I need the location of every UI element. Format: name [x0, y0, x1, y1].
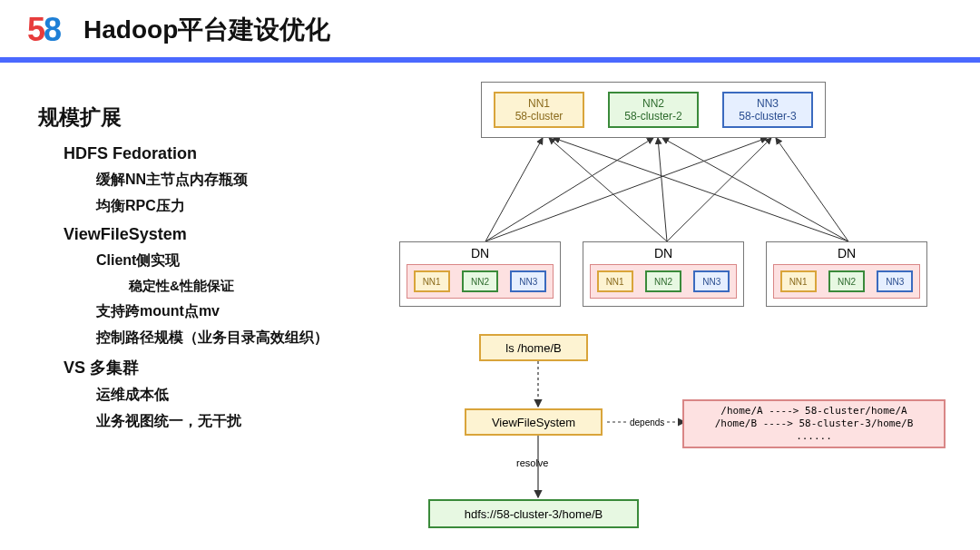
- depends-label: depends: [628, 417, 666, 427]
- mount-mapping-box: /home/A ----> 58-cluster/home/A /home/B …: [682, 399, 946, 448]
- svg-line-1: [485, 138, 653, 241]
- dn-nn-row: NN1NN2NN3: [590, 264, 737, 299]
- svg-line-3: [549, 138, 667, 241]
- architecture-diagram: NN158-clusterNN258-cluster-2NN358-cluste…: [390, 82, 980, 545]
- outline-panel: 规模扩展 HDFS Fedoration缓解NN主节点内存瓶颈均衡RPC压力Vi…: [0, 82, 390, 545]
- svg-line-5: [667, 138, 771, 241]
- nn-cluster: 58-cluster-2: [624, 110, 681, 123]
- outline-item: VS 多集群: [64, 357, 390, 378]
- outline-item: HDFS Fedoration: [64, 144, 390, 163]
- dn-nn-mini: NN1: [414, 270, 450, 292]
- outline-item: 缓解NN主节点内存瓶颈: [96, 171, 390, 190]
- dn-title: DN: [471, 246, 489, 260]
- nn-cluster: 58-cluster-3: [739, 110, 796, 123]
- datanode-box: DNNN1NN2NN3: [766, 241, 927, 307]
- dn-nn-mini: NN3: [510, 270, 546, 292]
- viewfilesystem-box: ViewFileSystem: [465, 408, 603, 436]
- outline-item: Client侧实现: [96, 251, 390, 270]
- namenode-container: NN158-clusterNN258-cluster-2NN358-cluste…: [481, 82, 826, 138]
- namenode-box: NN258-cluster-2: [608, 92, 699, 128]
- slide-title: Hadoop平台建设优化: [83, 13, 330, 47]
- header-divider: [0, 57, 980, 63]
- namenode-box: NN158-cluster: [494, 92, 584, 128]
- svg-line-6: [554, 138, 848, 241]
- datanode-box: DNNN1NN2NN3: [583, 241, 744, 307]
- nn-code: NN1: [528, 97, 550, 110]
- dn-nn-mini: NN3: [693, 270, 730, 292]
- logo-8: 8: [44, 11, 60, 48]
- svg-line-7: [662, 138, 848, 241]
- dn-nn-row: NN1NN2NN3: [773, 264, 920, 299]
- outline-item: 运维成本低: [96, 386, 390, 405]
- nn-code: NN2: [642, 97, 664, 110]
- dn-title: DN: [838, 246, 856, 260]
- outline-item: 均衡RPC压力: [96, 197, 390, 216]
- dn-nn-mini: NN1: [597, 270, 633, 292]
- namenode-box: NN358-cluster-3: [722, 92, 813, 128]
- resolve-label: resolve: [516, 457, 548, 468]
- dn-title: DN: [654, 246, 672, 260]
- resolved-path-box: hdfs://58-cluster-3/home/B: [428, 499, 639, 528]
- dn-nn-mini: NN2: [645, 270, 681, 292]
- outline-item: 业务视图统一，无干扰: [96, 412, 390, 431]
- svg-line-0: [485, 138, 543, 241]
- mapping-line-2: /home/B ----> 58-cluster-3/home/B: [715, 417, 914, 430]
- outline-item: 控制路径规模（业务目录高效组织）: [96, 329, 390, 348]
- logo-5: 5: [27, 11, 44, 48]
- svg-line-2: [485, 138, 767, 241]
- svg-line-4: [658, 138, 667, 241]
- command-box: ls /home/B: [479, 334, 588, 361]
- datanode-box: DNNN1NN2NN3: [399, 241, 561, 307]
- dn-nn-mini: NN3: [877, 270, 913, 292]
- slide-header: 58 Hadoop平台建设优化: [0, 0, 980, 54]
- mapping-line-1: /home/A ----> 58-cluster/home/A: [720, 405, 906, 417]
- outline-item: 稳定性&性能保证: [129, 278, 390, 295]
- nn-cluster: 58-cluster: [515, 110, 564, 123]
- dn-nn-mini: NN2: [828, 270, 865, 292]
- outline-heading: 规模扩展: [38, 103, 390, 132]
- dn-nn-mini: NN2: [462, 270, 498, 292]
- nn-code: NN3: [757, 97, 779, 110]
- outline-item: 支持跨mount点mv: [96, 302, 390, 321]
- logo-58: 58: [27, 11, 60, 49]
- dn-nn-row: NN1NN2NN3: [407, 264, 554, 299]
- mapping-line-3: ......: [796, 430, 832, 443]
- svg-line-8: [776, 138, 848, 241]
- datanode-row: DNNN1NN2NN3DNNN1NN2NN3DNNN1NN2NN3: [399, 241, 927, 307]
- dn-nn-mini: NN1: [780, 270, 817, 292]
- outline-item: ViewFileSystem: [64, 225, 390, 244]
